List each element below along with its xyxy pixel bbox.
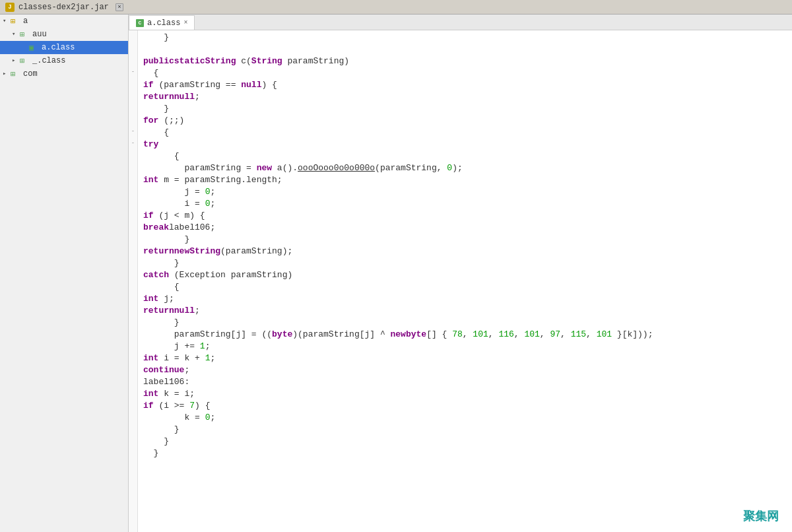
code-line-5: return null;	[143, 91, 792, 103]
tree-toggle-_class[interactable]: ▸	[12, 57, 20, 65]
code-line-0: }	[143, 32, 792, 44]
code-line-4: if (paramString == null) {	[143, 79, 792, 91]
code-line-29: label106:	[143, 376, 792, 388]
tab-a-class[interactable]: C a.class ×	[129, 15, 195, 30]
code-line-27: int i = k + 1;	[143, 352, 792, 364]
gutter-item-8[interactable]: -	[131, 125, 135, 137]
code-line-19: }	[143, 257, 792, 269]
tree-icon-folder: ⊞	[11, 17, 21, 26]
editor-area: C a.class × --- } public static String c…	[129, 15, 792, 532]
tree-icon-package: ⊞	[11, 69, 21, 79]
code-line-23: return null;	[143, 305, 792, 317]
tree-toggle-auu[interactable]: ▾	[12, 30, 20, 38]
code-line-15: if (j < m) {	[143, 210, 792, 222]
gutter-item-3[interactable]: -	[131, 66, 135, 78]
code-line-22: int j;	[143, 293, 792, 305]
tree-label-root-a: a	[23, 17, 28, 26]
tree-label-com: com	[23, 69, 38, 79]
code-line-21: {	[143, 281, 792, 293]
code-editor[interactable]: --- } public static String c(String para…	[129, 30, 792, 532]
tree-icon-package: ⊞	[20, 30, 30, 39]
sidebar-item-_class[interactable]: ▸⊞_.class	[0, 54, 128, 67]
code-line-34: }	[143, 436, 792, 448]
code-line-18: return new String(paramString);	[143, 246, 792, 257]
tab-label: a.class	[147, 18, 180, 28]
tree-icon-class: ▣	[29, 43, 40, 52]
tree-toggle-a-class[interactable]	[21, 44, 29, 51]
gutter-item-9[interactable]: -	[131, 137, 135, 149]
title-close-button[interactable]: ×	[116, 3, 123, 11]
code-line-10: {	[143, 150, 792, 162]
sidebar: ▾⊞a▾⊞auu▣a.class▸⊞_.class▸⊞com	[0, 15, 129, 532]
code-content: } public static String c(String paramStr…	[138, 30, 792, 532]
tab-icon: C	[136, 19, 144, 27]
tab-bar: C a.class ×	[129, 15, 792, 30]
code-line-12: int m = paramString.length;	[143, 174, 792, 186]
code-line-13: j = 0;	[143, 186, 792, 198]
code-line-20: catch (Exception paramString)	[143, 269, 792, 281]
code-line-6: }	[143, 103, 792, 115]
code-line-25: paramString[j] = ((byte)(paramString[j] …	[143, 329, 792, 341]
tree-toggle-com[interactable]: ▸	[3, 70, 11, 78]
code-line-9: try	[143, 139, 792, 150]
code-line-26: j += 1;	[143, 341, 792, 352]
code-line-16: break label106;	[143, 222, 792, 234]
main-layout: ▾⊞a▾⊞auu▣a.class▸⊞_.class▸⊞com C a.class…	[0, 15, 792, 532]
title-label: classes-dex2jar.jar	[18, 3, 109, 12]
code-line-3: {	[143, 67, 792, 79]
code-line-14: i = 0;	[143, 198, 792, 210]
code-line-28: continue;	[143, 364, 792, 376]
code-line-11: paramString = new a().oooOooo0o0o000o(pa…	[143, 162, 792, 174]
tree-toggle-root-a[interactable]: ▾	[3, 17, 11, 25]
code-line-24: }	[143, 317, 792, 329]
code-line-1	[143, 44, 792, 55]
gutter: ---	[129, 30, 138, 532]
tab-close-button[interactable]: ×	[183, 19, 187, 26]
code-line-8: {	[143, 127, 792, 139]
code-line-17: }	[143, 234, 792, 246]
code-line-2: public static String c(String paramStrin…	[143, 55, 792, 67]
code-line-33: }	[143, 424, 792, 436]
tree-label-a-class: a.class	[42, 43, 75, 52]
code-line-31: if (i >= 7) {	[143, 400, 792, 412]
title-icon: J	[5, 3, 15, 12]
sidebar-item-com[interactable]: ▸⊞com	[0, 67, 128, 81]
code-line-32: k = 0;	[143, 412, 792, 424]
tree-icon-package: ⊞	[20, 56, 30, 65]
title-bar: J classes-dex2jar.jar ×	[0, 0, 792, 15]
sidebar-item-a-class[interactable]: ▣a.class	[0, 41, 128, 54]
tree-label-_class: _.class	[32, 56, 65, 65]
code-line-30: int k = i;	[143, 388, 792, 400]
code-line-35: }	[143, 448, 792, 459]
code-line-7: for (;;)	[143, 115, 792, 127]
sidebar-item-root-a[interactable]: ▾⊞a	[0, 15, 128, 28]
tree-label-auu: auu	[32, 30, 47, 39]
sidebar-item-auu[interactable]: ▾⊞auu	[0, 28, 128, 41]
